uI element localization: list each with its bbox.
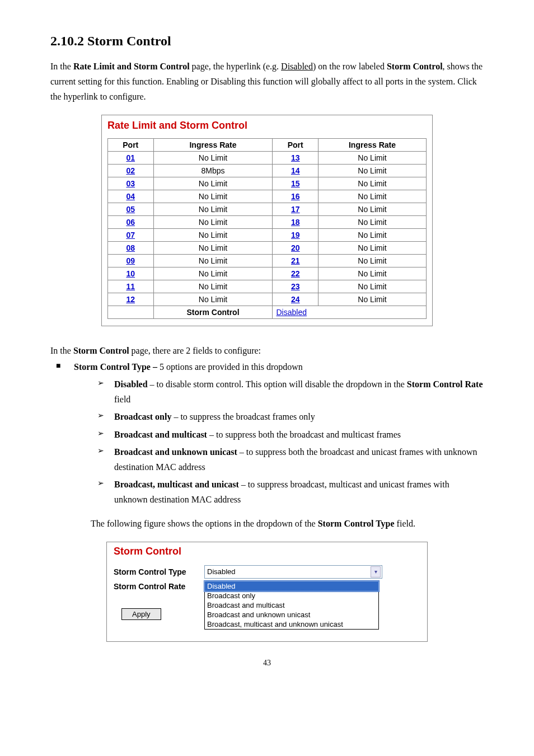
text-bold: Broadcast only [114,412,171,421]
port-link[interactable]: 16 [291,192,300,201]
table-row: 08 No Limit 20 No Limit [108,241,427,254]
col-port: Port [273,138,318,151]
rate-limit-table: Port Ingress Rate Port Ingress Rate 01 N… [107,138,427,319]
list-item: Storm Control Type – 5 options are provi… [50,359,484,508]
table-row: 12 No Limit 24 No Limit [108,293,427,306]
table-row: 11 No Limit 23 No Limit [108,280,427,293]
text: – to suppress the broadcast frames only [171,412,315,421]
port-link[interactable]: 08 [126,243,135,252]
ingress-cell: No Limit [318,254,427,267]
ingress-cell: No Limit [318,215,427,228]
table-row: 06 No Limit 18 No Limit [108,215,427,228]
text-bold: Disabled [114,379,148,389]
rate-limit-panel: Rate Limit and Storm Control Port Ingres… [101,115,433,326]
text: field. [395,519,415,528]
text: In the [50,62,73,71]
port-link[interactable]: 24 [291,295,300,304]
storm-control-type-select[interactable]: Disabled ▾ [204,565,382,579]
apply-button[interactable]: Apply [121,608,161,620]
mid-paragraph: In the Storm Control page, there are 2 f… [50,343,484,358]
text: – to disable storm control. This option … [148,379,407,389]
dropdown-option[interactable]: Broadcast only [205,591,378,600]
table-footer-row: Storm Control Disabled [108,306,427,318]
port-link[interactable]: 14 [291,166,300,175]
dropdown-option[interactable]: Disabled [204,581,379,591]
port-link[interactable]: 09 [126,256,135,265]
port-link[interactable]: 10 [126,269,135,278]
port-link[interactable]: 05 [126,205,135,214]
select-value: Disabled [207,567,236,576]
text-bold: Rate Limit and Storm Control [73,62,190,71]
port-link[interactable]: 04 [126,192,135,201]
ingress-cell: No Limit [153,280,273,293]
port-link[interactable]: 22 [291,269,300,278]
ingress-cell: No Limit [318,228,427,241]
list-item: Broadcast, multicast and unicast – to su… [74,477,484,507]
port-link[interactable]: 19 [291,231,300,240]
storm-control-rate-label: Storm Control Rate [114,581,198,591]
ingress-cell: No Limit [318,241,427,254]
table-row: 10 No Limit 22 No Limit [108,267,427,280]
sub-bullet-list: Disabled – to disable storm control. Thi… [74,377,484,508]
text-bold: Storm Control Type [318,519,395,528]
text: field [114,395,130,404]
text: 5 options are provided in this dropdown [160,362,303,372]
port-link[interactable]: 18 [291,218,300,227]
list-item: Broadcast and unknown unicast – to suppr… [74,444,484,475]
table-row: 09 No Limit 21 No Limit [108,254,427,267]
ingress-cell: No Limit [153,151,273,164]
table-row: 05 No Limit 17 No Limit [108,203,427,215]
port-link[interactable]: 07 [126,231,135,240]
port-link[interactable]: 11 [126,282,135,291]
ingress-cell: No Limit [318,203,427,215]
storm-control-type-label: Storm Control Type [114,565,198,576]
storm-control-label: Storm Control [153,306,273,318]
table-row: 04 No Limit 16 No Limit [108,190,427,203]
port-link[interactable]: 06 [126,218,135,227]
col-port: Port [108,138,154,151]
port-link[interactable]: 17 [291,205,300,214]
list-item: Disabled – to disable storm control. Thi… [74,377,484,407]
ingress-cell: 8Mbps [153,164,273,177]
port-link[interactable]: 21 [291,256,300,265]
section-heading: 2.10.2 Storm Control [50,34,484,49]
ingress-cell: No Limit [318,267,427,280]
list-item: Broadcast only – to suppress the broadca… [74,409,484,424]
text: In the [50,346,73,355]
storm-control-panel: Storm Control Storm Control Type Disable… [106,542,428,642]
text: ) on the row labeled [313,62,387,71]
port-link[interactable]: 12 [126,295,135,304]
table-row: 02 8Mbps 14 No Limit [108,164,427,177]
dropdown-option[interactable]: Broadcast and unknown unicast [205,610,378,619]
table-row: 07 No Limit 19 No Limit [108,228,427,241]
dropdown-option[interactable]: Broadcast and multicast [205,600,378,610]
panel-title: Storm Control [114,544,421,565]
port-link[interactable]: 20 [291,243,300,252]
storm-control-type-options[interactable]: Disabled Broadcast only Broadcast and mu… [204,581,379,630]
text-bold: Storm Control Type – [74,362,160,372]
port-link[interactable]: 03 [126,179,135,188]
ingress-cell: No Limit [318,177,427,190]
text-bold: Broadcast and unknown unicast [114,447,237,457]
ingress-cell: No Limit [318,151,427,164]
page-number: 43 [50,659,484,668]
storm-control-link[interactable]: Disabled [276,308,306,317]
ingress-cell: No Limit [153,228,273,241]
ingress-cell: No Limit [318,190,427,203]
port-link[interactable]: 15 [291,179,300,188]
ingress-cell: No Limit [153,254,273,267]
panel-title: Rate Limit and Storm Control [107,119,427,138]
table-row: 01 No Limit 13 No Limit [108,151,427,164]
dropdown-option[interactable]: Broadcast, multicast and unknown unicast [205,619,378,629]
table-row: 03 No Limit 15 No Limit [108,177,427,190]
ingress-cell: No Limit [153,267,273,280]
port-link[interactable]: 13 [291,153,300,162]
text-bold: Storm Control [387,62,443,71]
ingress-cell: No Limit [153,177,273,190]
table-header-row: Port Ingress Rate Port Ingress Rate [108,138,427,151]
port-link[interactable]: 01 [126,153,135,162]
ingress-cell: No Limit [153,293,273,306]
text-bold: Broadcast, multicast and unicast [114,480,239,489]
port-link[interactable]: 02 [126,166,135,175]
port-link[interactable]: 23 [291,282,300,291]
